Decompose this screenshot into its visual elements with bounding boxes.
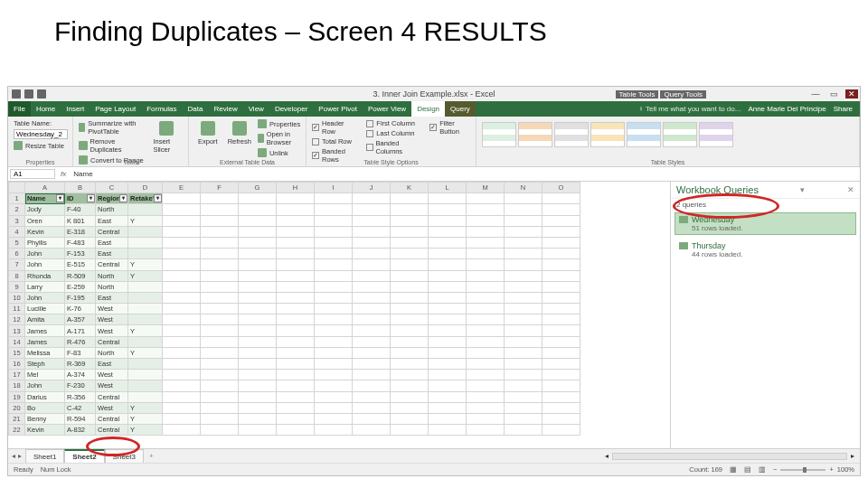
cell[interactable] [163,314,201,325]
query-wednesday[interactable]: Wednesday 51 rows loaded. [675,212,856,235]
cell[interactable] [128,281,163,292]
cell[interactable] [163,413,201,424]
cell[interactable] [467,402,505,413]
cell[interactable]: Rhonda [25,270,65,281]
cell[interactable]: North [96,281,128,292]
last-column-checkbox[interactable]: Last Column [366,129,420,137]
cell[interactable]: F-195 [65,292,96,303]
cell[interactable]: North [96,204,128,215]
cell[interactable] [429,370,467,380]
cell[interactable] [505,391,542,402]
row-header[interactable]: 14 [9,336,25,347]
cell[interactable] [277,281,315,292]
cell[interactable] [128,380,163,391]
cell[interactable] [353,215,391,226]
cell[interactable]: E-259 [65,281,96,292]
cell[interactable]: Central [96,336,128,347]
row-header[interactable]: 5 [9,237,25,248]
query-thursday[interactable]: Thursday 44 rows loaded. [675,239,856,261]
cell[interactable] [201,413,239,424]
save-icon[interactable] [12,89,21,99]
minimize-button[interactable]: — [809,89,822,99]
cell[interactable] [239,413,277,424]
view-normal-icon[interactable]: ▦ [730,465,737,474]
cell[interactable]: Larry [25,281,65,292]
tab-view[interactable]: View [243,101,269,117]
cell[interactable] [315,336,353,347]
row-header[interactable]: 10 [9,292,25,303]
cell[interactable]: Y [128,215,163,226]
cell[interactable] [353,347,391,358]
row-header[interactable]: 3 [9,215,25,226]
cell[interactable] [429,249,467,259]
row-header[interactable]: 9 [9,281,25,292]
cell[interactable] [391,204,429,215]
cell[interactable] [542,325,580,336]
unlink-button[interactable]: Unlink [258,148,300,157]
cell[interactable] [277,292,315,303]
restore-button[interactable]: ▭ [827,89,840,99]
cell[interactable] [542,304,580,314]
cell[interactable]: Y [128,270,163,281]
cell[interactable]: F-230 [65,380,96,391]
cell[interactable] [201,314,239,325]
cell[interactable] [542,380,580,391]
cell[interactable] [163,259,201,270]
column-header[interactable]: I [315,183,353,193]
cell[interactable] [542,215,580,226]
cell[interactable] [239,226,277,237]
cell[interactable]: John [25,249,65,259]
cell[interactable] [239,314,277,325]
cell[interactable] [429,347,467,358]
cell[interactable] [315,249,353,259]
cell[interactable]: R-369 [65,359,96,370]
cell[interactable] [201,402,239,413]
zoom-slider[interactable] [780,469,826,471]
zoom-in-icon[interactable]: + [829,465,833,474]
formula-content[interactable]: Name [70,170,860,178]
cell[interactable] [163,249,201,259]
cell[interactable] [239,380,277,391]
cell[interactable] [467,347,505,358]
cell[interactable] [128,204,163,215]
cell[interactable] [128,391,163,402]
cell[interactable]: Y [128,402,163,413]
cell[interactable] [542,391,580,402]
cell[interactable]: Darius [25,391,65,402]
table-column-header[interactable]: Retake?▾ [128,193,163,204]
cell[interactable]: Central [96,425,128,436]
cell[interactable] [128,304,163,314]
cell[interactable] [353,204,391,215]
filter-dropdown-icon[interactable]: ▾ [87,194,95,202]
cell[interactable] [277,380,315,391]
cell[interactable] [542,370,580,380]
total-row-checkbox[interactable]: Total Row [312,137,357,145]
cell[interactable] [201,359,239,370]
cell[interactable]: F-83 [65,347,96,358]
cell[interactable] [163,425,201,436]
cell[interactable] [542,237,580,248]
cell[interactable]: James [25,336,65,347]
cell[interactable]: R-356 [65,391,96,402]
cell[interactable]: Phyllis [25,237,65,248]
cell[interactable] [391,425,429,436]
cell[interactable]: East [96,237,128,248]
hscroll-right-icon[interactable]: ▸ [851,452,854,460]
cell[interactable] [542,292,580,303]
ext-properties-button[interactable]: Properties [258,119,300,128]
cell[interactable]: Y [128,347,163,358]
cell[interactable]: Jody [25,204,65,215]
cell[interactable] [429,259,467,270]
cell[interactable] [239,292,277,303]
cell[interactable] [201,336,239,347]
cell[interactable]: West [96,402,128,413]
cell[interactable]: E-318 [65,226,96,237]
cell[interactable]: John [25,380,65,391]
column-header[interactable]: G [239,183,277,193]
cell[interactable] [201,370,239,380]
cell[interactable]: A-171 [65,325,96,336]
column-header[interactable]: K [391,183,429,193]
cell[interactable] [163,304,201,314]
cell[interactable] [277,226,315,237]
cell[interactable] [505,380,542,391]
